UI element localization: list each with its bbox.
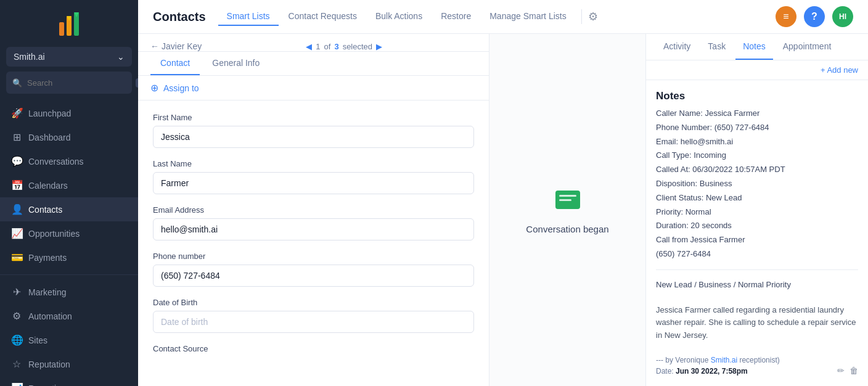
delete-note-button[interactable]: 🗑 [850, 366, 858, 376]
total-count: 3 [334, 42, 338, 51]
workspace-selector[interactable]: Smith.ai ⌄ [6, 47, 132, 67]
dob-label: Date of Birth [153, 298, 474, 307]
dob-input[interactable] [153, 311, 474, 333]
conversation-label: Conversation began [526, 224, 608, 234]
content-area: ← Javier Key ◀ 1 of 3 selected ▶ Contact… [138, 34, 868, 386]
nav-divider [0, 274, 138, 275]
tab-contact-requests[interactable]: Contact Requests [280, 7, 366, 26]
sidebar-item-reputation[interactable]: ☆ Reputation [0, 352, 138, 376]
smith-link[interactable]: Smith.ai [711, 356, 737, 364]
note-by-prefix: --- by Veronique [656, 356, 711, 364]
email-input[interactable] [153, 218, 474, 240]
last-name-input[interactable] [153, 172, 474, 194]
sidebar-item-label: Conversations [28, 157, 84, 166]
conversations-icon: 💬 [11, 155, 22, 167]
sidebar-item-launchpad[interactable]: 🚀 Launchpad [0, 101, 138, 125]
prev-record-icon[interactable]: ◀ [306, 42, 312, 51]
plus-circle-icon: ⊕ [150, 82, 158, 94]
assign-to-bar[interactable]: ⊕ Assign to [138, 76, 489, 101]
note-date: Date: Jun 30 2022, 7:58pm [656, 367, 748, 376]
tab-notes[interactable]: Notes [735, 34, 773, 60]
back-button[interactable]: ← Javier Key [150, 41, 202, 51]
topbar-left: Contacts Smart Lists Contact Requests Bu… [153, 7, 598, 26]
dob-group: Date of Birth [153, 298, 474, 333]
note-call-type: Call Type: Incoming [656, 149, 858, 162]
list-view-button[interactable]: ≡ [776, 6, 796, 27]
note-duration: Duration: 20 seconds [656, 220, 858, 232]
sidebar-item-automation[interactable]: ⚙ Automation [0, 304, 138, 328]
edit-note-button[interactable]: ✏ [837, 366, 845, 376]
date-value: Jun 30 2022, 7:58pm [676, 367, 748, 376]
topbar: Contacts Smart Lists Contact Requests Bu… [138, 0, 868, 34]
sidebar-item-payments[interactable]: 💳 Payments [0, 245, 138, 269]
notes-title: Notes [646, 80, 868, 107]
email-group: Email Address [153, 205, 474, 240]
tab-manage-smart-lists[interactable]: Manage Smart Lists [481, 7, 575, 26]
back-label: Javier Key [162, 41, 202, 51]
contacts-icon: 👤 [11, 203, 22, 215]
date-prefix: Date: [656, 367, 676, 376]
page-title: Contacts [153, 10, 206, 24]
svg-rect-7 [559, 199, 571, 201]
sidebar-item-contacts[interactable]: 👤 Contacts [0, 197, 138, 221]
help-button[interactable]: ? [804, 6, 825, 27]
search-input[interactable] [27, 78, 131, 88]
sidebar-item-label: Launchpad [28, 109, 71, 118]
tab-bulk-actions[interactable]: Bulk Actions [367, 7, 431, 26]
source-group: Contact Source [153, 344, 474, 353]
contact-nav: ← Javier Key ◀ 1 of 3 selected ▶ [138, 34, 489, 52]
user-avatar[interactable]: HI [832, 6, 853, 27]
tab-restore[interactable]: Restore [432, 7, 480, 26]
tab-task[interactable]: Task [700, 34, 733, 60]
tab-separator [581, 9, 582, 24]
next-record-icon[interactable]: ▶ [376, 42, 382, 51]
search-bar[interactable]: 🔍 ⌘K + [6, 72, 132, 94]
tab-activity[interactable]: Activity [656, 34, 698, 60]
phone-input[interactable] [153, 265, 474, 287]
sidebar: Smith.ai ⌄ 🔍 ⌘K + 🚀 Launchpad ⊞ Dashboar… [0, 0, 138, 386]
main-area: Contacts Smart Lists Contact Requests Bu… [138, 0, 868, 386]
dashboard-icon: ⊞ [11, 131, 22, 143]
sidebar-item-opportunities[interactable]: 📈 Opportunities [0, 221, 138, 245]
notes-tabs: Activity Task Notes Appointment [646, 34, 868, 60]
current-count: 1 [316, 42, 320, 51]
sidebar-item-conversations[interactable]: 💬 Conversations [0, 149, 138, 173]
conversation-panel: Conversation began [489, 34, 646, 386]
note-phone: Phone Number: (650) 727-6484 [656, 121, 858, 134]
calendars-icon: 📅 [11, 179, 22, 191]
notes-panel: Activity Task Notes Appointment + Add ne… [646, 34, 868, 386]
sidebar-item-reporting[interactable]: 📊 Reporting [0, 376, 138, 386]
sidebar-item-marketing[interactable]: ✈ Marketing [0, 280, 138, 304]
tab-contact[interactable]: Contact [150, 52, 200, 75]
contact-tabs: Contact General Info [138, 52, 489, 76]
sidebar-item-dashboard[interactable]: ⊞ Dashboard [0, 125, 138, 149]
sidebar-item-label: Dashboard [28, 133, 71, 142]
first-name-input[interactable] [153, 126, 474, 148]
tab-smart-lists[interactable]: Smart Lists [218, 7, 279, 26]
note-called-at: Called At: 06/30/2022 10:57AM PDT [656, 163, 858, 176]
tab-general-info[interactable]: General Info [202, 52, 269, 75]
note-by-suffix: receptionist) [737, 356, 780, 364]
sidebar-item-label: Contacts [28, 205, 62, 215]
sidebar-nav: 🚀 Launchpad ⊞ Dashboard 💬 Conversations … [0, 99, 138, 386]
launchpad-icon: 🚀 [11, 107, 22, 119]
arrow-left-icon: ← [150, 41, 159, 51]
sidebar-item-sites[interactable]: 🌐 Sites [0, 328, 138, 352]
note-summary: New Lead / Business / Normal Priority [656, 279, 858, 292]
tab-appointment[interactable]: Appointment [776, 34, 839, 60]
svg-rect-6 [559, 195, 576, 197]
note-email: Email: hello@smith.ai [656, 136, 858, 149]
selected-label: selected [343, 42, 372, 51]
topbar-right: ≡ ? HI [776, 6, 853, 27]
svg-rect-0 [59, 22, 64, 36]
add-new-button[interactable]: + Add new [821, 65, 858, 75]
marketing-icon: ✈ [11, 286, 22, 298]
sidebar-item-label: Reporting [28, 384, 66, 387]
topbar-tabs: Smart Lists Contact Requests Bulk Action… [218, 7, 598, 26]
sidebar-item-calendars[interactable]: 📅 Calendars [0, 173, 138, 197]
search-icon: 🔍 [12, 78, 22, 88]
source-label: Contact Source [153, 344, 474, 353]
contact-form: First Name Last Name Email Address Phone… [138, 101, 489, 386]
settings-gear-icon[interactable]: ⚙ [588, 10, 598, 23]
email-label: Email Address [153, 205, 474, 215]
